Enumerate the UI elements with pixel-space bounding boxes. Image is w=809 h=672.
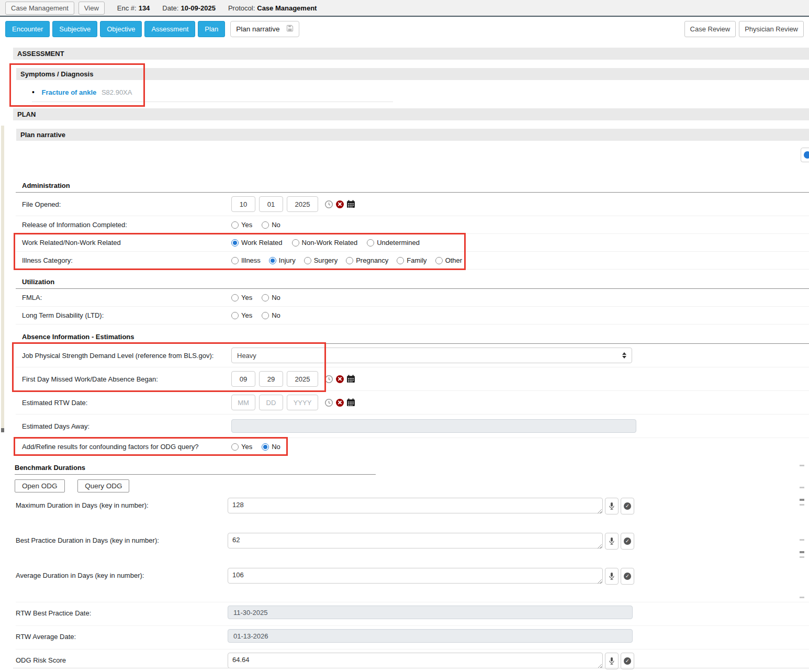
field-label: File Opened: (22, 200, 231, 208)
radio-release-no[interactable]: No (262, 221, 280, 229)
radio-odg-no[interactable]: No (262, 443, 280, 451)
case-review-button[interactable]: Case Review (684, 21, 736, 37)
radio-ltd-no[interactable]: No (262, 311, 280, 319)
estimated-days-away-row: Estimated Days Away: (16, 415, 809, 438)
tab-objective[interactable]: Objective (100, 21, 142, 37)
field-label: Best Practice Duration in Days (key in n… (16, 533, 228, 544)
radio-icon[interactable] (367, 239, 374, 247)
clipped-side-button[interactable] (801, 148, 809, 162)
file-opened-year-input[interactable] (287, 196, 318, 212)
encounter-date: Date:10-09-2025 (162, 4, 216, 12)
odg-risk-score-row: ODG Risk Score 64.64 ✓ (16, 649, 809, 670)
radio-family[interactable]: Family (397, 256, 426, 264)
estimated-rtw-row: Estimated RTW Date: (16, 391, 809, 415)
tab-encounter[interactable]: Encounter (5, 21, 50, 37)
radio-icon[interactable] (231, 443, 239, 451)
tab-assessment[interactable]: Assessment (144, 21, 195, 37)
clear-date-icon[interactable] (336, 375, 344, 383)
radio-icon[interactable] (435, 257, 443, 264)
radio-icon[interactable] (231, 239, 239, 247)
symptoms-diagnosis-header: Symptoms / Diagnosis (16, 68, 809, 80)
radio-pregnancy[interactable]: Pregnancy (346, 256, 388, 264)
max-duration-input[interactable]: 128 (228, 498, 603, 513)
microphone-button[interactable] (605, 498, 619, 514)
rtw-day-input[interactable] (259, 395, 283, 410)
radio-release-yes[interactable]: Yes (231, 221, 252, 229)
radio-icon[interactable] (304, 257, 311, 264)
radio-injury[interactable]: Injury (269, 256, 296, 264)
diagnosis-link[interactable]: Fracture of ankle (42, 88, 97, 96)
best-practice-duration-input[interactable]: 62 (228, 533, 603, 548)
radio-non-work-related[interactable]: Non-Work Related (292, 239, 358, 247)
radio-icon[interactable] (346, 257, 353, 264)
file-opened-day-input[interactable] (259, 196, 283, 212)
calendar-icon[interactable] (346, 375, 355, 383)
field-label: Work Related/Non-Work Related (22, 239, 231, 247)
left-scroll-stripe[interactable] (1, 126, 4, 428)
query-odg-button[interactable]: Query ODG (77, 479, 129, 492)
edge-mark (800, 465, 804, 466)
radio-icon[interactable] (231, 221, 239, 229)
save-icon[interactable] (286, 25, 294, 33)
confirm-button[interactable]: ✓ (621, 498, 634, 514)
case-management-button[interactable]: Case Management (5, 2, 74, 15)
open-odg-button[interactable]: Open ODG (15, 479, 65, 492)
plan-narrative-selector[interactable]: Plan narrative (230, 21, 299, 37)
physician-review-button[interactable]: Physician Review (739, 21, 804, 37)
radio-surgery[interactable]: Surgery (304, 256, 338, 264)
add-refine-group: Add/Refine results for confounding facto… (16, 438, 809, 455)
radio-icon[interactable] (269, 257, 276, 264)
calendar-icon[interactable] (346, 398, 355, 407)
radio-other[interactable]: Other (435, 256, 463, 264)
odg-buttons-row: Open ODG Query ODG (15, 479, 809, 492)
radio-icon[interactable] (397, 257, 404, 264)
radio-odg-yes[interactable]: Yes (231, 443, 252, 451)
tab-plan[interactable]: Plan (198, 21, 225, 37)
radio-icon[interactable] (262, 221, 269, 229)
clock-icon[interactable] (324, 375, 333, 384)
rtw-month-input[interactable] (231, 395, 255, 410)
first-day-month-input[interactable] (231, 371, 255, 387)
work-related-row: Work Related/Non-Work Related Work Relat… (16, 234, 809, 252)
radio-undetermined[interactable]: Undetermined (367, 239, 420, 247)
benchmark-title: Benchmark Durations (15, 461, 376, 475)
edge-mark (800, 556, 804, 558)
microphone-button[interactable] (605, 533, 619, 550)
radio-icon[interactable] (262, 312, 269, 319)
clear-date-icon[interactable] (336, 200, 344, 208)
calendar-icon[interactable] (346, 200, 355, 208)
left-scroll-thumb[interactable] (1, 428, 4, 432)
radio-fmla-no[interactable]: No (262, 294, 280, 301)
radio-icon[interactable] (231, 294, 239, 301)
radio-icon[interactable] (292, 239, 299, 247)
view-button[interactable]: View (78, 2, 105, 15)
average-duration-input[interactable]: 106 (228, 568, 603, 584)
first-day-year-input[interactable] (287, 371, 318, 387)
radio-fmla-yes[interactable]: Yes (231, 294, 252, 301)
confirm-button[interactable]: ✓ (621, 568, 634, 585)
radio-icon[interactable] (262, 294, 269, 301)
rtw-year-input[interactable] (287, 395, 318, 410)
radio-ltd-yes[interactable]: Yes (231, 311, 252, 319)
job-demand-select[interactable]: Heavy (231, 348, 632, 363)
microphone-button[interactable] (605, 653, 619, 669)
check-circle-icon: ✓ (624, 502, 631, 510)
radio-illness[interactable]: Illness (231, 256, 261, 264)
radio-work-related[interactable]: Work Related (231, 239, 283, 247)
work-illness-group: Work Related/Non-Work Related Work Relat… (16, 234, 809, 270)
microphone-button[interactable] (605, 568, 619, 585)
clear-date-icon[interactable] (336, 399, 344, 407)
clock-icon[interactable] (324, 200, 333, 209)
clock-icon[interactable] (324, 398, 333, 407)
confirm-button[interactable]: ✓ (621, 653, 634, 669)
radio-icon[interactable] (231, 312, 239, 319)
tab-subjective[interactable]: Subjective (52, 21, 97, 37)
odg-risk-score-input[interactable]: 64.64 (228, 653, 603, 668)
first-day-day-input[interactable] (259, 371, 283, 387)
confirm-button[interactable]: ✓ (621, 533, 634, 550)
field-label: Release of Information Completed: (22, 221, 231, 229)
radio-icon[interactable] (231, 257, 239, 264)
file-opened-month-input[interactable] (231, 196, 255, 212)
encounter-number: Enc #:134 (117, 4, 150, 12)
radio-icon[interactable] (262, 443, 269, 451)
